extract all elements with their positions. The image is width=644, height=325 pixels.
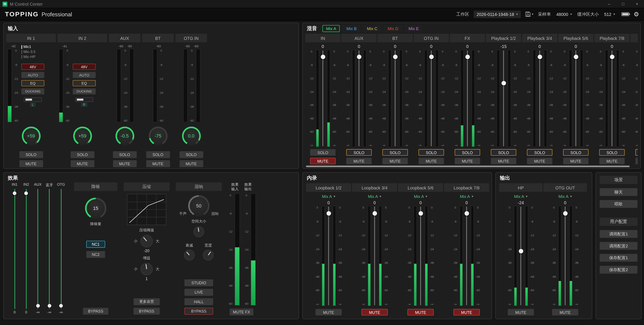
solo-button[interactable]: SOLO	[527, 149, 552, 156]
mute-button[interactable]: MUTE	[454, 158, 480, 164]
send-fader[interactable]	[21, 189, 32, 309]
channel-tab[interactable]: Playback 7/8	[594, 34, 630, 42]
fader-handle[interactable]	[393, 55, 398, 59]
mix-source-select[interactable]: Mix A▾	[499, 194, 543, 200]
channel-tab[interactable]: Loopback 1/2	[306, 183, 351, 192]
fader[interactable]	[518, 206, 524, 306]
input-source-option[interactable]: Mic1	[21, 45, 36, 49]
minimize-button[interactable]: –	[602, 0, 616, 8]
input-channel-tab[interactable]: OTG IN	[176, 34, 207, 42]
gain-knob[interactable]	[140, 263, 153, 275]
mute-button[interactable]: MUTE	[408, 309, 434, 316]
workspace-select[interactable]: 2026-0114-1948-18 ▾	[474, 10, 521, 18]
mute-button[interactable]: MUTE	[382, 158, 408, 164]
phantom-power-button[interactable]: 48V	[73, 64, 96, 70]
solo-button[interactable]: SOLO	[179, 151, 203, 158]
mute-button[interactable]: MUTE	[310, 158, 336, 164]
fader-handle[interactable]	[326, 211, 331, 216]
mute-button[interactable]: MUTE	[361, 309, 388, 316]
mute-button[interactable]: MUTE	[113, 160, 136, 167]
gain-knob[interactable]: -75	[148, 126, 167, 146]
solo-button[interactable]: SOLO	[70, 151, 94, 158]
fader[interactable]	[372, 206, 378, 306]
input-channel-tab[interactable]: IN 2	[58, 34, 107, 42]
fader-handle[interactable]	[320, 55, 325, 59]
mute-button[interactable]: MUTE	[527, 158, 552, 164]
mute-button[interactable]: MUTE	[146, 160, 170, 167]
live-button[interactable]: LIVE	[184, 289, 213, 296]
mute-button[interactable]: MUTE	[552, 309, 578, 316]
pan-slider[interactable]	[75, 98, 93, 102]
send-fader[interactable]	[56, 189, 66, 309]
mix-source-select[interactable]: Mix A▾	[398, 194, 443, 200]
config-button-recall-config-2[interactable]: 调用配置2	[600, 242, 638, 250]
gain-knob[interactable]: 0.0	[182, 126, 201, 146]
solo-button[interactable]: SOLO	[491, 149, 516, 156]
channel-tab[interactable]: Playback 1/2	[486, 34, 521, 42]
fader[interactable]	[609, 50, 615, 147]
fader-handle[interactable]	[501, 81, 506, 86]
config-button-save-config-2[interactable]: 保存配置2	[600, 266, 638, 274]
mute-button[interactable]: MUTE	[454, 309, 480, 316]
eq-button[interactable]: EQ	[21, 80, 44, 86]
mute-button[interactable]: MUTE	[599, 158, 625, 164]
channel-tab[interactable]: FX	[450, 34, 485, 42]
fader[interactable]	[418, 206, 424, 306]
studio-button[interactable]: STUDIO	[184, 280, 213, 286]
hall-button[interactable]: HALL	[184, 298, 213, 305]
fader-handle[interactable]	[538, 55, 542, 59]
solo-button[interactable]: SOLO	[563, 149, 589, 156]
fader-handle[interactable]	[372, 211, 377, 216]
reverb-bypass-button[interactable]: BYPASS	[184, 308, 213, 315]
send-fader-handle[interactable]	[13, 192, 16, 195]
channel-tab[interactable]: IN	[305, 34, 340, 42]
auto-gain-button[interactable]: AUTO	[73, 72, 96, 78]
config-button-save-config-1[interactable]: 保存配置1	[600, 254, 638, 262]
pan-handle[interactable]	[77, 98, 83, 100]
settings-gear-icon[interactable]: ⚙	[634, 11, 639, 17]
channel-tab[interactable]: OTG OUT	[543, 183, 587, 192]
fader[interactable]	[356, 50, 362, 147]
fader-handle[interactable]	[464, 211, 469, 216]
mix-tab-mix-a[interactable]: Mix A	[322, 25, 340, 32]
mute-button[interactable]: MUTE	[563, 158, 589, 164]
input-channel-tab[interactable]: BT	[142, 34, 174, 42]
denoise-bypass-button[interactable]: BYPASS	[83, 308, 108, 315]
width-knob[interactable]	[203, 250, 214, 260]
channel-tab[interactable]: Loopback 5/6	[398, 183, 443, 192]
fader[interactable]	[320, 50, 326, 147]
reverb-mix-knob[interactable]: 50	[188, 195, 210, 216]
send-fader[interactable]	[33, 189, 43, 309]
channel-tab[interactable]: Playback 5/6	[558, 34, 594, 42]
solo-button[interactable]: SOLO	[113, 151, 136, 158]
send-fader-handle[interactable]	[36, 304, 40, 308]
mute-button[interactable]: MUTE	[418, 158, 444, 164]
mix-horizontal-scrollbar[interactable]	[306, 166, 630, 167]
solo-button[interactable]: SOLO	[418, 149, 444, 156]
fader[interactable]	[573, 50, 579, 147]
decay-knob[interactable]	[184, 250, 194, 260]
ducking-button[interactable]: DUCKING	[21, 88, 44, 94]
samplerate-select[interactable]: 48000 ▾	[556, 10, 573, 18]
solo-button[interactable]: SOLO	[454, 149, 480, 156]
input-source-option[interactable]: Mic-HP	[21, 55, 36, 59]
mix-tab-mix-c[interactable]: Mix C	[363, 25, 381, 32]
fader[interactable]	[500, 50, 506, 147]
fader[interactable]	[536, 50, 543, 147]
mix-tab-mix-e[interactable]: Mix E	[405, 25, 422, 32]
channel-tab[interactable]: Loopback 3/4	[352, 183, 397, 192]
fader-handle[interactable]	[465, 55, 470, 59]
mix-source-select[interactable]: Mix A▾	[306, 194, 351, 200]
mute-button[interactable]: MUTE	[315, 309, 342, 316]
mute-button[interactable]: MUTE	[491, 158, 516, 164]
solo-button[interactable]: SOLO	[346, 149, 372, 156]
maximize-button[interactable]: □	[616, 0, 630, 8]
solo-button[interactable]: SOLO	[382, 149, 408, 156]
channel-tab[interactable]: OTG IN	[414, 34, 449, 42]
mute-button[interactable]: MUTE	[19, 160, 43, 167]
room-size-knob[interactable]	[194, 226, 204, 237]
gain-knob[interactable]: +59	[73, 126, 92, 146]
channel-tab[interactable]: Playback	[630, 34, 638, 42]
channel-tab[interactable]: HP	[499, 183, 543, 192]
send-fader-handle[interactable]	[48, 304, 51, 308]
